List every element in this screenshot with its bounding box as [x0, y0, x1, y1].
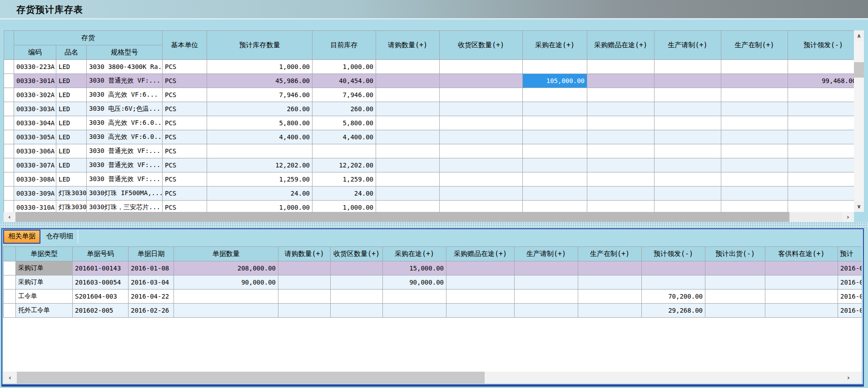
cell-prod_wip[interactable]	[578, 261, 642, 275]
cell-po_transit[interactable]	[523, 158, 587, 172]
cell-po_transit[interactable]	[523, 187, 587, 201]
cell-prod_req[interactable]	[655, 74, 721, 88]
column-header-req_qty[interactable]: 请购数量(+)	[278, 247, 331, 261]
column-header-req_qty[interactable]: 请购数量(+)	[376, 31, 440, 60]
cell-po_gift_transit[interactable]	[446, 290, 515, 304]
cell-req_qty[interactable]	[376, 102, 440, 116]
cell-name[interactable]: LED	[56, 60, 87, 74]
cell-doc_qty[interactable]: 208,000.00	[174, 261, 278, 275]
cell-po_transit[interactable]	[523, 116, 587, 130]
cell-recv_qty[interactable]	[331, 290, 383, 304]
cell-po_transit[interactable]: 90,000.00	[383, 275, 446, 290]
cell-po_gift_transit[interactable]	[587, 102, 655, 116]
cell-doc_no[interactable]: S201604-003	[73, 290, 129, 304]
cell-recv_qty[interactable]	[331, 261, 383, 275]
cell-po_transit[interactable]	[523, 88, 587, 102]
row-indicator[interactable]	[4, 88, 14, 102]
cell-spec[interactable]: 3030 普通光效 VF:...	[87, 74, 163, 88]
cell-req_qty[interactable]	[278, 275, 331, 290]
cell-po_transit[interactable]: 15,000.00	[383, 261, 446, 275]
cell-code[interactable]: 00330-302A	[14, 88, 56, 102]
cell-req_qty[interactable]	[376, 116, 440, 130]
column-header-doc_type[interactable]: 单据类型	[16, 247, 73, 261]
cell-po_transit[interactable]	[523, 130, 587, 144]
row-indicator[interactable]	[4, 290, 16, 304]
inventory-grid-hscrollbar[interactable]: ‹ ›	[4, 212, 854, 222]
cell-customer_transit[interactable]	[765, 261, 838, 275]
cell-est_issue[interactable]	[642, 261, 705, 275]
cell-req_qty[interactable]	[376, 187, 440, 201]
cell-name[interactable]: LED	[56, 144, 87, 158]
cell-prod_wip[interactable]	[721, 88, 788, 102]
panel-splitter[interactable]	[0, 222, 868, 228]
cell-name[interactable]: LED	[56, 74, 87, 88]
cell-spec[interactable]: 3030 普通光效 VF:...	[87, 172, 163, 187]
cell-prod_req[interactable]	[515, 261, 578, 275]
cell-recv_qty[interactable]	[440, 60, 523, 74]
cell-req_qty[interactable]	[278, 290, 331, 304]
cell-doc_date[interactable]: 2016-03-04	[129, 275, 174, 290]
cell-prod_req[interactable]	[655, 102, 721, 116]
column-header-est_issue[interactable]: 预计领发(-)	[642, 247, 705, 261]
scroll-right-button[interactable]: ›	[842, 212, 854, 222]
cell-code[interactable]: 00330-301A	[14, 74, 56, 88]
cell-est_issue[interactable]: 29,268.00	[642, 304, 705, 318]
cell-current_qty[interactable]: 260.00	[312, 102, 376, 116]
cell-spec[interactable]: 3030 高光效 VF:6.0...	[87, 116, 163, 130]
cell-po_gift_transit[interactable]	[587, 60, 655, 74]
cell-doc_qty[interactable]	[174, 304, 278, 318]
cell-req_qty[interactable]	[376, 88, 440, 102]
cell-spec[interactable]: 3030 高光效 VF:6...	[87, 88, 163, 102]
cell-customer_transit[interactable]	[765, 304, 838, 318]
column-header-est_issue[interactable]: 预计领发(-)	[788, 31, 854, 60]
cell-expected_qty[interactable]	[207, 144, 312, 158]
column-header-doc_no[interactable]: 单据号码	[73, 247, 129, 261]
cell-doc_date[interactable]: 2016-02-26	[129, 304, 174, 318]
cell-prod_req[interactable]	[655, 172, 721, 187]
scroll-down-button[interactable]: ∨	[854, 201, 864, 212]
cell-est_issue[interactable]	[788, 102, 854, 116]
column-header-prod_req[interactable]: 生产请制(+)	[515, 247, 578, 261]
cell-current_qty[interactable]: 24.00	[312, 187, 376, 201]
cell-name[interactable]: LED	[56, 116, 87, 130]
cell-doc_no[interactable]: 201602-005	[73, 304, 129, 318]
column-header-name[interactable]: 品名	[56, 45, 87, 60]
cell-est_issue[interactable]	[788, 172, 854, 187]
cell-est_issue[interactable]	[788, 116, 854, 130]
cell-po_transit[interactable]	[523, 102, 587, 116]
cell-unit[interactable]: PCS	[163, 102, 207, 116]
cell-code[interactable]: 00330-223A	[14, 60, 56, 74]
column-group-inventory[interactable]: 存货	[14, 31, 163, 45]
cell-prod_wip[interactable]	[721, 144, 788, 158]
cell-po_gift_transit[interactable]	[587, 130, 655, 144]
cell-unit[interactable]: PCS	[163, 187, 207, 201]
cell-prod_req[interactable]	[655, 144, 721, 158]
cell-recv_qty[interactable]	[440, 102, 523, 116]
row-indicator[interactable]	[4, 172, 14, 187]
cell-expected_qty[interactable]: 45,986.00	[207, 74, 312, 88]
cell-prod_req[interactable]	[655, 88, 721, 102]
cell-customer_transit[interactable]	[765, 275, 838, 290]
cell-unit[interactable]: PCS	[163, 144, 207, 158]
cell-spec[interactable]: 3030 3800-4300K Ra...	[87, 60, 163, 74]
cell-code[interactable]: 00330-309A	[14, 187, 56, 201]
cell-doc_type[interactable]: 采购订单	[16, 261, 73, 275]
column-header-spec[interactable]: 规格型号	[87, 45, 163, 60]
cell-unit[interactable]: PCS	[163, 116, 207, 130]
row-indicator[interactable]	[4, 74, 14, 88]
cell-code[interactable]: 00330-310A	[14, 201, 56, 212]
cell-est_date[interactable]: 2016-0	[838, 261, 862, 275]
cell-est_issue[interactable]	[788, 201, 854, 212]
cell-unit[interactable]: PCS	[163, 88, 207, 102]
row-indicator[interactable]	[4, 201, 14, 212]
cell-est_ship[interactable]	[705, 275, 765, 290]
cell-po_gift_transit[interactable]	[587, 88, 655, 102]
cell-po_gift_transit[interactable]	[446, 275, 515, 290]
cell-po_gift_transit[interactable]	[587, 116, 655, 130]
cell-est_issue[interactable]	[788, 60, 854, 74]
cell-recv_qty[interactable]	[331, 304, 383, 318]
cell-current_qty[interactable]: 7,946.00	[312, 88, 376, 102]
row-indicator[interactable]	[4, 304, 16, 318]
cell-prod_wip[interactable]	[721, 102, 788, 116]
cell-unit[interactable]: PCS	[163, 201, 207, 212]
